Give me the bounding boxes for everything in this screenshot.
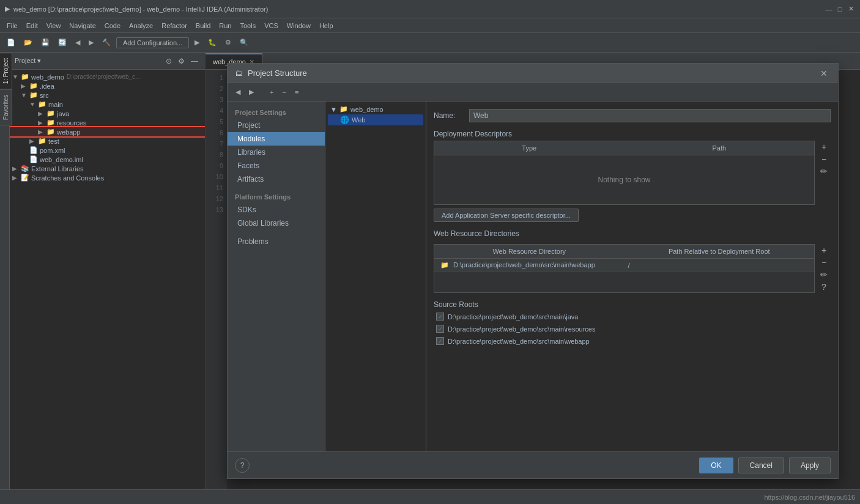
source-webapp-checkbox[interactable]: ✓ <box>436 337 444 345</box>
nav-problems[interactable]: Problems <box>228 235 325 248</box>
close-window-button[interactable]: ✕ <box>847 5 855 13</box>
ok-button[interactable]: OK <box>699 458 733 473</box>
dialog-remove-button[interactable]: − <box>279 87 289 98</box>
menu-window[interactable]: Window <box>283 21 315 31</box>
title-bar: ▶ web_demo [D:\practice\project\web_demo… <box>0 0 860 18</box>
module-web-item[interactable]: 🌐 Web <box>328 114 423 125</box>
hide-panel-button[interactable]: — <box>189 56 200 66</box>
apply-button[interactable]: Apply <box>789 458 831 473</box>
tree-item-scratches[interactable]: ▶ 📝 Scratches and Consoles <box>10 173 205 182</box>
name-input[interactable] <box>469 109 831 122</box>
scope-button[interactable]: ⊙ <box>164 56 174 66</box>
cancel-button[interactable]: Cancel <box>738 458 784 473</box>
nav-libraries[interactable]: Libraries <box>228 146 325 159</box>
save-button[interactable]: 💾 <box>38 37 53 48</box>
deployment-table-body: Nothing to show <box>434 155 814 204</box>
menu-refactor[interactable]: Refactor <box>157 21 191 31</box>
editor-area: web_demo ✕ 12345 678910 111213 🗂 Project… <box>206 53 860 489</box>
dialog-help-button[interactable]: ? <box>235 458 250 473</box>
source-item-resources: ✓ D:\practice\project\web_demo\src\main\… <box>434 324 831 334</box>
web-resource-title: Web Resource Directories <box>434 229 831 238</box>
tree-item-java[interactable]: ▶ 📁 java <box>10 109 205 118</box>
side-tab-project[interactable]: 1: Project <box>0 53 12 89</box>
settings-icon[interactable]: ⚙ <box>176 56 187 66</box>
menu-build[interactable]: Build <box>191 21 215 31</box>
deployment-add-button[interactable]: + <box>817 141 831 153</box>
web-resource-help-button[interactable]: ? <box>817 281 831 293</box>
dialog-add-button[interactable]: + <box>267 87 276 98</box>
tree-item-webapp[interactable]: ▶ 📁 webapp <box>10 127 205 136</box>
run-button[interactable]: ▶ <box>191 37 202 48</box>
dialog-more-button[interactable]: ≡ <box>292 87 302 98</box>
menu-run[interactable]: Run <box>215 21 235 31</box>
menu-edit[interactable]: Edit <box>22 21 42 31</box>
source-resources-checkbox[interactable]: ✓ <box>436 325 444 333</box>
dialog-back-button[interactable]: ◀ <box>232 86 243 98</box>
side-tab-favorites[interactable]: Favorites <box>0 89 12 125</box>
nav-global-libraries[interactable]: Global Libraries <box>228 217 325 230</box>
type-col-header: Type <box>434 143 625 153</box>
module-root-label: web_demo <box>350 106 384 113</box>
tree-item-src[interactable]: ▼ 📁 src <box>10 91 205 100</box>
debug-button[interactable]: 🐛 <box>205 37 220 48</box>
web-resource-dir-cell: 📁 D:\practice\project\web_demo\src\main\… <box>437 260 625 270</box>
web-resource-add-button[interactable]: + <box>817 244 831 256</box>
src-label: src <box>40 92 49 99</box>
source-java-checkbox[interactable]: ✓ <box>436 313 444 321</box>
scratches-label: Scratches and Consoles <box>31 174 104 182</box>
tree-item-iml[interactable]: ▶ 📄 web_demo.iml <box>10 155 205 164</box>
title-bar-controls: — □ ✕ <box>825 5 855 13</box>
web-resource-area: Web Resource Directory Path Relative to … <box>434 244 831 293</box>
nav-artifacts[interactable]: Artifacts <box>228 172 325 186</box>
deployment-table-header: Type Path <box>434 141 814 155</box>
source-roots-title: Source Roots <box>434 300 831 309</box>
back-button[interactable]: ◀ <box>72 37 83 48</box>
menu-tools[interactable]: Tools <box>235 21 260 31</box>
tree-item-ext-libs[interactable]: ▶ 📚 External Libraries <box>10 164 205 173</box>
dialog-close-button[interactable]: ✕ <box>817 67 831 80</box>
tree-item-idea[interactable]: ▶ 📁 .idea <box>10 81 205 91</box>
dialog-title: Project Structure <box>248 69 307 78</box>
tree-item-pom[interactable]: ▶ 📄 pom.xml <box>10 146 205 155</box>
web-resource-remove-button[interactable]: − <box>817 256 831 269</box>
tree-item-test[interactable]: ▶ 📁 test <box>10 136 205 146</box>
minimize-button[interactable]: — <box>825 5 833 13</box>
nav-project[interactable]: Project <box>228 119 325 132</box>
source-item-java: ✓ D:\practice\project\web_demo\src\main\… <box>434 311 831 322</box>
add-server-button[interactable]: Add Application Server specific descript… <box>434 209 579 222</box>
menu-code[interactable]: Code <box>100 21 125 31</box>
add-configuration-button[interactable]: Add Configuration... <box>116 37 189 48</box>
tree-root[interactable]: ▼ 📁 web_demo D:\practice\project\web_c..… <box>10 72 205 81</box>
dialog-forward-button[interactable]: ▶ <box>246 86 257 98</box>
nav-facets[interactable]: Facets <box>228 159 325 172</box>
menu-analyze[interactable]: Analyze <box>125 21 157 31</box>
menu-file[interactable]: File <box>2 21 22 31</box>
maximize-button[interactable]: □ <box>836 5 844 13</box>
tree-item-resources[interactable]: ▶ 📁 resources <box>10 118 205 127</box>
nav-modules[interactable]: Modules <box>228 132 325 146</box>
build-run-button[interactable]: 🔨 <box>99 37 114 48</box>
web-resource-row[interactable]: 📁 D:\practice\project\web_demo\src\main\… <box>434 259 814 272</box>
nav-sdks[interactable]: SDKs <box>228 203 325 217</box>
sync-button[interactable]: 🔄 <box>55 37 70 48</box>
deployment-remove-button[interactable]: − <box>817 153 831 165</box>
new-file-button[interactable]: 📄 <box>4 37 18 48</box>
web-facet-label: Web <box>352 116 365 124</box>
menu-view[interactable]: View <box>42 21 65 31</box>
web-resource-edit-button[interactable]: ✏ <box>817 269 831 281</box>
menu-vcs[interactable]: VCS <box>260 21 283 31</box>
tree-item-main[interactable]: ▼ 📁 main <box>10 100 205 109</box>
header-left: Project ▾ <box>15 57 41 65</box>
deployment-area: Type Path Nothing to show + − <box>434 141 831 205</box>
module-root-item[interactable]: ▼ 📁 web_demo <box>328 104 423 114</box>
web-deploy-path-value: / <box>628 262 630 269</box>
search-everywhere-button[interactable]: 🔍 <box>237 37 251 48</box>
menu-help[interactable]: Help <box>315 21 338 31</box>
forward-button[interactable]: ▶ <box>86 37 97 48</box>
settings-button[interactable]: ⚙ <box>222 37 234 48</box>
iml-label: web_demo.iml <box>40 156 83 163</box>
deployment-edit-button[interactable]: ✏ <box>817 165 831 177</box>
menu-navigate[interactable]: Navigate <box>65 21 100 31</box>
open-button[interactable]: 📂 <box>21 37 35 48</box>
deployment-empty: Nothing to show <box>598 176 650 184</box>
